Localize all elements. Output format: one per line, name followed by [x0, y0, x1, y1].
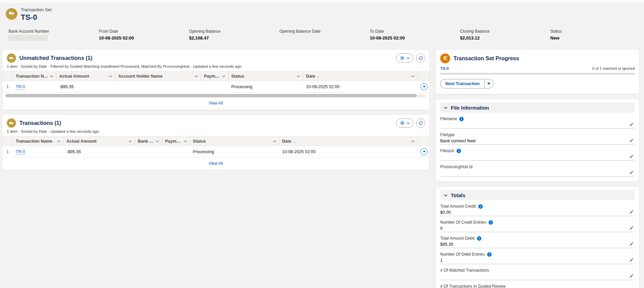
caret-down-icon	[423, 151, 426, 153]
refresh-icon	[418, 56, 423, 61]
related-list-subtitle: 1 item · Sorted by Date · Updated a few …	[2, 129, 429, 136]
header-field: To Date10-08-2025 02:00	[370, 29, 460, 41]
edit-pencil-icon	[629, 139, 634, 144]
edit-button[interactable]	[629, 170, 634, 175]
chevron-down-icon	[156, 140, 159, 142]
info-icon[interactable]	[487, 252, 492, 257]
column-header-payment-r[interactable]: Payment R…	[162, 136, 190, 146]
table-row: 1TR-0-$95.35Processing10-08-2025 02:00	[2, 146, 429, 158]
column-header-label: Actual Amount	[66, 139, 96, 144]
column-header-transaction-name[interactable]: Transaction Name	[13, 136, 64, 146]
next-transaction-menu-button[interactable]	[484, 79, 494, 89]
table-cell: -$95.35	[56, 81, 115, 93]
header-field: Opening Balance$2,108.47	[189, 29, 279, 41]
list-settings-button[interactable]	[396, 53, 413, 63]
view-all-link[interactable]: View All	[2, 97, 429, 110]
header-field-value: New	[550, 35, 641, 41]
chevron-down-icon	[444, 105, 448, 111]
edit-pencil-icon	[629, 242, 634, 247]
horizontal-scrollbar-thumb[interactable]	[5, 94, 417, 97]
edit-button[interactable]	[629, 154, 634, 159]
field-label: Total Amount Debit	[440, 236, 635, 241]
chevron-down-icon	[273, 140, 276, 142]
field-value	[440, 123, 635, 127]
transaction-name-link[interactable]: TR-0	[16, 84, 25, 90]
edit-button[interactable]	[629, 258, 634, 262]
edit-button[interactable]	[629, 122, 634, 127]
field-label-text: Total Amount Debit	[440, 236, 475, 241]
field-label: ProcessingHub Id	[440, 164, 635, 169]
column-header-bank-acco[interactable]: Bank Acco…	[135, 136, 162, 146]
progress-bar	[440, 73, 635, 75]
edit-button[interactable]	[629, 226, 634, 230]
file-information-card: File Information FilenameFiletypeBank co…	[435, 99, 640, 182]
row-action-button[interactable]	[420, 83, 428, 90]
row-action-cell	[418, 146, 429, 158]
column-header-status[interactable]: Status	[190, 136, 279, 146]
column-header-label: Transaction Name	[16, 139, 52, 144]
column-header-actual-amount[interactable]: Actual Amount	[56, 71, 115, 81]
edit-button[interactable]	[629, 274, 634, 278]
column-header-label: Status	[193, 139, 206, 144]
transaction-set-progress-card: Transaction Set Progress TS-0 0 of 1 mat…	[435, 49, 640, 94]
header-field-label: Opening Balance	[189, 29, 279, 34]
edit-pencil-icon	[629, 274, 634, 279]
totals-section-header[interactable]: Totals	[440, 190, 635, 200]
column-header-status[interactable]: Status	[229, 71, 303, 81]
column-header-transaction-name[interactable]: Transaction Name	[13, 71, 56, 81]
refresh-button[interactable]	[416, 53, 425, 63]
edit-pencil-icon	[629, 226, 634, 231]
row-number-header	[2, 71, 13, 81]
info-icon[interactable]	[478, 204, 483, 209]
transaction-name-link[interactable]: TR-0	[16, 149, 25, 155]
field-label: Filename	[440, 116, 635, 121]
column-header-label: Bank Acco…	[138, 139, 154, 144]
chevron-down-icon	[407, 57, 410, 59]
edit-pencil-icon	[629, 155, 634, 160]
view-all-link[interactable]: View All	[2, 158, 429, 170]
info-icon[interactable]	[457, 149, 461, 153]
field-row: # Of Matched Transactions	[440, 268, 635, 280]
chevron-down-icon	[222, 75, 226, 77]
column-header-date[interactable]: Date ↓	[279, 136, 418, 146]
info-icon[interactable]	[459, 117, 464, 121]
info-icon[interactable]	[477, 236, 481, 241]
header-field-value	[279, 35, 369, 41]
related-list-title: Unmatched Transactions (1)	[19, 55, 92, 61]
table-cell: -$95.35	[64, 146, 135, 158]
next-transaction-button[interactable]: Next Transaction	[440, 79, 484, 89]
chevron-down-icon	[129, 140, 132, 142]
edit-pencil-icon	[629, 210, 634, 215]
field-label-text: Filename	[440, 116, 457, 121]
edit-button[interactable]	[629, 210, 634, 214]
edit-button[interactable]	[629, 138, 634, 143]
info-icon[interactable]	[489, 220, 493, 225]
column-header-label: Date ↓	[306, 74, 319, 79]
column-header-actual-amount[interactable]: Actual Amount	[64, 136, 135, 146]
column-header-account-holder-name[interactable]: Account Holder Name	[115, 71, 201, 81]
field-row: Number Of Credit Entries0	[440, 220, 635, 232]
row-action-button[interactable]	[420, 148, 428, 155]
column-header-label: Account Holder Name	[118, 74, 163, 79]
header-field-label: From Date	[99, 29, 189, 34]
field-row: Total Amount Credit$0.00	[440, 204, 635, 216]
header-field-value: 10-08-2025 02:00	[370, 35, 460, 41]
edit-button[interactable]	[629, 242, 634, 246]
table-cell: 10-08-2025 02:00	[303, 81, 418, 93]
header-field-label: Bank Account Number	[9, 29, 99, 34]
transactions-card: Transactions (1)1 item · Sorted by Date …	[2, 114, 430, 170]
column-header-date[interactable]: Date ↓	[303, 71, 418, 81]
header-field: Opening Balance Date	[279, 29, 369, 41]
progress-panel-title: Transaction Set Progress	[453, 55, 519, 62]
table-cell: TR-0	[13, 146, 64, 158]
refresh-button[interactable]	[416, 118, 425, 128]
file-information-section-header[interactable]: File Information	[440, 102, 635, 113]
record-link[interactable]: TS-0	[440, 66, 449, 70]
column-header-payment-r[interactable]: Payment R…	[201, 71, 228, 81]
record-title: TS-0	[21, 13, 52, 22]
caret-down-icon	[487, 83, 491, 85]
field-row: Filename	[440, 116, 635, 129]
header-field-label: To Date	[370, 29, 460, 34]
section-title: File Information	[451, 105, 489, 111]
list-settings-button[interactable]	[396, 118, 413, 128]
